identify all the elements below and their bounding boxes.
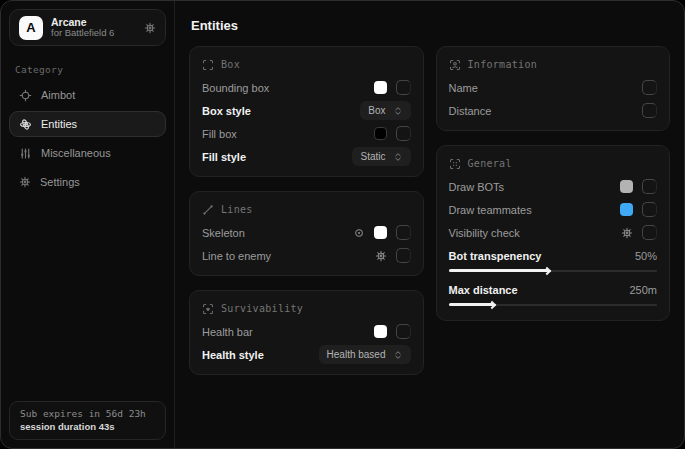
health-bar-checkbox[interactable] [396,324,411,339]
person-scan-icon [449,59,461,71]
card-general: GeneralDraw BOTsDraw teammatesVisibility… [436,145,671,321]
row-draw-teammates: Draw teammates [449,201,658,218]
box-scan-icon [202,59,214,71]
line-to-enemy-checkbox[interactable] [396,248,411,263]
gear-icon[interactable] [144,22,156,34]
card-title: Lines [221,204,253,215]
select-value: Box [368,105,385,116]
row-fill-style: Fill styleStatic [202,148,411,165]
row-fill-box: Fill box [202,125,411,142]
row-label: Box style [202,105,251,117]
row-controls: Health based [319,345,411,364]
row-controls [642,80,657,95]
sidebar-item-label: Entities [41,118,77,130]
sidebar-item-aimbot[interactable]: Aimbot [9,82,166,108]
color-swatch[interactable] [620,180,633,193]
color-swatch[interactable] [374,325,387,338]
sidebar-item-label: Miscellaneous [41,147,111,159]
sliders-icon [19,147,32,160]
box-style-select[interactable]: Box [360,101,410,120]
row-label: Name [449,82,478,94]
select-value: Health based [327,349,386,360]
row-max-distance: Max distance250m [449,282,658,309]
app-window: A Arcane for Battlefield 6 Category Aimb… [0,0,685,449]
gear-icon[interactable] [375,250,387,262]
row-draw-bots: Draw BOTs [449,178,658,195]
session-duration-text: session duration 43s [20,421,155,432]
sidebar: A Arcane for Battlefield 6 Category Aimb… [1,1,175,448]
slider-value: 50% [635,250,657,262]
color-swatch[interactable] [374,81,387,94]
card-box: BoxBounding boxBox styleBoxFill boxFill … [189,46,424,177]
chevrons-up-down-icon [393,152,403,162]
row-controls [642,103,657,118]
row-label: Health bar [202,326,253,338]
card-lines: LinesSkeletonLine to enemy [189,191,424,276]
row-visibility-check: Visibility check [449,224,658,241]
draw-bots-checkbox[interactable] [642,179,657,194]
card-column: BoxBounding boxBox styleBoxFill boxFill … [189,46,424,375]
color-swatch[interactable] [374,226,387,239]
max-distance-slider[interactable] [449,300,658,309]
draw-teammates-checkbox[interactable] [642,202,657,217]
sidebar-item-entities[interactable]: Entities [9,111,166,137]
card-information: InformationNameDistance [436,46,671,131]
row-line-to-enemy: Line to enemy [202,247,411,264]
page-title: Entities [191,18,670,33]
card-survivability: SurvivabilityHealth barHealth styleHealt… [189,290,424,375]
logo-card: A Arcane for Battlefield 6 [9,9,166,46]
sidebar-item-miscellaneous[interactable]: Miscellaneous [9,140,166,166]
fill-style-select[interactable]: Static [352,147,410,166]
card-title: Box [221,59,240,70]
app-logo: A [19,16,43,40]
row-controls [620,179,657,194]
fill-box-checkbox[interactable] [396,126,411,141]
skeleton-checkbox[interactable] [396,225,411,240]
slider-thumb[interactable] [488,300,496,308]
row-label: Fill box [202,128,237,140]
category-label: Category [15,64,160,75]
heart-scan-icon [202,303,214,315]
row-name: Name [449,79,658,96]
color-swatch[interactable] [374,127,387,140]
target-icon[interactable] [353,227,365,239]
slider-thumb[interactable] [542,266,550,274]
row-controls [374,80,411,95]
row-label: Line to enemy [202,250,271,262]
subscription-box: Sub expires in 56d 23h session duration … [9,401,166,440]
sidebar-item-label: Aimbot [41,89,75,101]
sidebar-item-label: Settings [40,176,80,188]
health-style-select[interactable]: Health based [319,345,411,364]
bounding-box-checkbox[interactable] [396,80,411,95]
card-title: Information [468,59,538,70]
crosshair-icon [19,89,32,102]
slider-fill [449,269,549,272]
row-bot-transpenency: Bot transpenency50% [449,248,658,275]
row-health-bar: Health bar [202,323,411,340]
card-title: General [468,158,512,169]
gear-icon[interactable] [621,227,633,239]
distance-checkbox[interactable] [642,103,657,118]
card-header: Box [202,56,411,73]
row-label: Max distance [449,284,518,296]
card-column: InformationNameDistanceGeneralDraw BOTsD… [436,46,671,375]
logo-text: Arcane for Battlefield 6 [51,16,136,39]
visibility-check-checkbox[interactable] [642,225,657,240]
name-checkbox[interactable] [642,80,657,95]
row-controls [374,126,411,141]
main-panel: Entities BoxBounding boxBox styleBoxFill… [175,1,684,448]
sidebar-item-settings[interactable]: Settings [9,169,166,195]
grid-scan-icon [449,158,461,170]
bot-transpenency-slider[interactable] [449,266,658,275]
card-header: Information [449,56,658,73]
chevrons-up-down-icon [393,106,403,116]
row-health-style: Health styleHealth based [202,346,411,363]
row-label: Fill style [202,151,246,163]
app-subtitle: for Battlefield 6 [51,28,136,39]
color-swatch[interactable] [620,203,633,216]
row-controls [375,248,411,263]
row-distance: Distance [449,102,658,119]
card-header: Lines [202,201,411,218]
entities-icon [19,118,32,131]
row-box-style: Box styleBox [202,102,411,119]
